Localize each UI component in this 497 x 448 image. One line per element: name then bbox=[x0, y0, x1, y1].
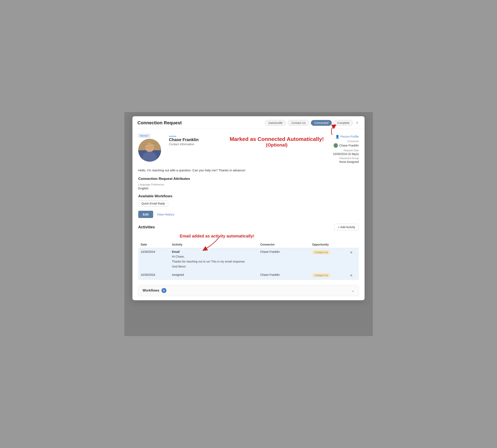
edit-button[interactable]: Edit bbox=[138, 211, 153, 218]
view-history-link[interactable]: View History bbox=[157, 213, 174, 216]
remove-activity-1[interactable]: ✕ bbox=[349, 250, 354, 255]
activity-detail-1: Hi Chase, Thanks for reaching out to us!… bbox=[172, 254, 255, 269]
add-activity-button[interactable]: + Add Activity bbox=[334, 224, 359, 230]
person-section: Member bbox=[138, 134, 359, 163]
svg-point-7 bbox=[335, 144, 337, 146]
status-gainesville[interactable]: Gainesville bbox=[265, 120, 286, 126]
connector-section: Connector Chase Franklin bbox=[334, 140, 359, 148]
activities-section: Activities + Add Activity Email added as… bbox=[138, 224, 359, 280]
remove-activity-2[interactable]: ✕ bbox=[349, 273, 354, 278]
status-complete[interactable]: Complete bbox=[334, 120, 353, 126]
activity-action-2: ✕ bbox=[346, 271, 359, 280]
request-date-label: Request Date bbox=[333, 149, 359, 152]
placement-group-label: Placement Group bbox=[339, 157, 359, 160]
activities-title: Activities bbox=[138, 225, 155, 229]
activity-date-2: 10/30/2024 bbox=[138, 271, 169, 280]
avatar bbox=[138, 139, 161, 162]
available-workflows-section: Available Workflows Quick Email Reply bbox=[138, 194, 359, 207]
language-label: Language Preference bbox=[138, 183, 359, 186]
connection-request-modal: Connection Request Gainesville Contact U… bbox=[132, 116, 365, 301]
activity-opportunity-1: Contact Us bbox=[310, 248, 346, 271]
modal-body: Member bbox=[132, 129, 365, 301]
connector-name: Chase Franklin bbox=[339, 144, 359, 147]
quick-email-reply-button[interactable]: Quick Email Reply bbox=[138, 200, 168, 207]
member-badge: Member bbox=[138, 134, 150, 138]
status-contact-us[interactable]: Contact Us bbox=[288, 120, 309, 126]
activity-type-2: Assigned bbox=[172, 273, 255, 276]
opportunity-badge-2: Contact Us bbox=[312, 273, 330, 277]
person-profile-link[interactable]: 👤 Person Profile bbox=[335, 135, 359, 139]
activity-row-assigned: 10/30/2024 Assigned Chase Franklin Conta… bbox=[138, 271, 359, 280]
close-button[interactable]: × bbox=[355, 120, 360, 126]
annotation-sub-text: (Optional) bbox=[230, 142, 324, 148]
chevron-down-icon: ⌄ bbox=[351, 288, 354, 293]
col-date: Date bbox=[138, 241, 169, 248]
workflows-collapsible: Workflows 5 ⌄ bbox=[138, 285, 359, 296]
attributes-heading: Connection Request Attributes bbox=[138, 177, 359, 181]
header-actions: Gainesville Contact Us Connected Complet… bbox=[265, 120, 360, 126]
action-row: Edit View History bbox=[138, 211, 359, 218]
workflows-collapsible-header[interactable]: Workflows 5 ⌄ bbox=[138, 285, 359, 296]
connector-value: Chase Franklin bbox=[334, 143, 359, 148]
request-date-section: Request Date 10/30/2024 (0 days) bbox=[333, 149, 359, 156]
col-action bbox=[346, 241, 359, 248]
activities-header: Activities + Add Activity bbox=[138, 224, 359, 230]
opportunity-badge-1: Contact Us bbox=[312, 250, 330, 255]
activity-connector-1: Chase Franklin bbox=[258, 248, 310, 271]
activity-date-1: 10/30/2024 bbox=[138, 248, 169, 271]
workflows-collapsible-label: Workflows 5 bbox=[143, 288, 166, 293]
connector-label: Connector bbox=[334, 140, 359, 143]
name-underline bbox=[169, 136, 176, 137]
modal-title: Connection Request bbox=[137, 120, 182, 126]
annotation-main-text: Marked as Connected Automatically! bbox=[230, 136, 324, 142]
attributes-section: Connection Request Attributes Language P… bbox=[138, 177, 359, 190]
language-value: English bbox=[138, 187, 359, 190]
connection-message: Hello, I'm reaching out with a question.… bbox=[138, 168, 359, 173]
request-date-value: 10/30/2024 (0 days) bbox=[333, 152, 359, 156]
activity-opportunity-2: Contact Us bbox=[310, 271, 346, 280]
modal-overlay: Connection Request Gainesville Contact U… bbox=[124, 112, 373, 336]
person-profile-label: Person Profile bbox=[340, 135, 359, 138]
connector-avatar bbox=[334, 143, 338, 148]
annotation-arrow bbox=[320, 125, 336, 137]
col-connector: Connector bbox=[258, 241, 310, 248]
placement-group-value: None Assigned bbox=[339, 160, 359, 163]
activity-content-2: Assigned bbox=[169, 271, 258, 280]
auto-connected-annotation: Marked as Connected Automatically! (Opti… bbox=[230, 136, 324, 148]
activity-connector-2: Chase Franklin bbox=[258, 271, 310, 280]
avatar-wrap: Member bbox=[138, 134, 165, 162]
workflows-text: Workflows bbox=[143, 289, 159, 292]
placement-group-section: Placement Group None Assigned bbox=[339, 157, 359, 163]
activity-row-email: 10/30/2024 Email Hi Chase, Thanks for re… bbox=[138, 248, 359, 271]
activity-action-1: ✕ bbox=[346, 248, 359, 271]
activity-annotation-wrap: Email added as activity automatically! bbox=[138, 233, 359, 240]
activities-table: Date Activity Connector Opportunity 10/3… bbox=[138, 241, 359, 280]
available-workflows-heading: Available Workflows bbox=[138, 194, 359, 198]
email-annotation-arrow bbox=[203, 237, 227, 254]
col-opportunity: Opportunity bbox=[310, 241, 346, 248]
workflows-count-badge: 5 bbox=[161, 288, 166, 293]
